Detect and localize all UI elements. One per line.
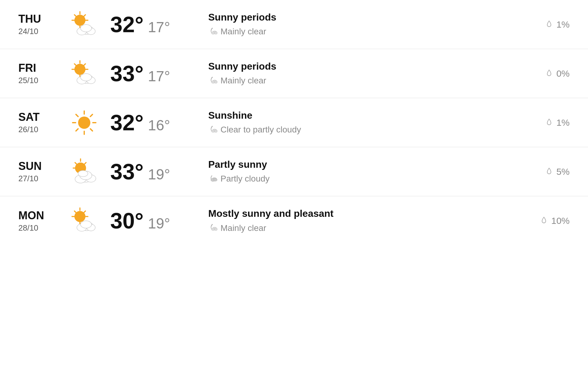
svg-point-63 bbox=[81, 221, 92, 228]
weather-row[interactable]: SAT 26/10 32° 16° Sunshine bbox=[0, 98, 588, 147]
temp-high: 33° bbox=[110, 159, 144, 184]
svg-point-13 bbox=[214, 32, 217, 34]
condition-night-text: Partly cloudy bbox=[221, 174, 270, 184]
weather-icon bbox=[64, 205, 104, 236]
condition-day: Sunny periods bbox=[208, 12, 521, 23]
svg-point-10 bbox=[81, 25, 92, 32]
precip-percent: 0% bbox=[556, 68, 570, 79]
svg-line-35 bbox=[76, 129, 78, 131]
condition-day: Partly sunny bbox=[208, 159, 521, 170]
svg-line-17 bbox=[74, 64, 76, 66]
day-name: MON bbox=[18, 209, 58, 222]
svg-point-27 bbox=[214, 81, 217, 83]
condition-info: Sunny periods Mainly clear bbox=[190, 61, 521, 86]
weather-icon bbox=[64, 156, 104, 187]
temp-low: 17° bbox=[148, 19, 170, 36]
day-name: FRI bbox=[18, 62, 58, 75]
temp-info: 32° 16° bbox=[110, 110, 190, 135]
day-date: 26/10 bbox=[18, 125, 58, 134]
temp-high: 32° bbox=[110, 110, 144, 135]
night-icon bbox=[208, 222, 217, 234]
night-icon bbox=[208, 173, 217, 185]
day-date: 25/10 bbox=[18, 76, 58, 85]
day-name: SAT bbox=[18, 111, 58, 124]
precip-info: 1% bbox=[521, 117, 570, 128]
weather-row[interactable]: MON 28/10 30° 19° Mostly sunny and pleas… bbox=[0, 196, 588, 245]
day-info: THU 24/10 bbox=[18, 13, 58, 36]
svg-line-33 bbox=[90, 129, 92, 131]
svg-point-36 bbox=[78, 117, 90, 129]
temp-info: 33° 17° bbox=[110, 61, 190, 86]
temp-high: 33° bbox=[110, 61, 144, 86]
precip-percent: 10% bbox=[551, 216, 570, 226]
condition-day: Mostly sunny and pleasant bbox=[208, 208, 521, 219]
weather-row[interactable]: SUN 27/10 33° 19° Partly sunny bbox=[0, 147, 588, 196]
svg-line-44 bbox=[84, 163, 86, 164]
day-date: 28/10 bbox=[18, 223, 58, 233]
day-name: THU bbox=[18, 13, 58, 25]
svg-point-52 bbox=[214, 178, 217, 181]
svg-line-34 bbox=[90, 114, 92, 117]
day-info: MON 28/10 bbox=[18, 209, 58, 233]
svg-line-32 bbox=[76, 114, 78, 117]
condition-night-text: Mainly clear bbox=[221, 76, 266, 86]
temp-high: 30° bbox=[110, 208, 144, 233]
temp-info: 30° 19° bbox=[110, 208, 190, 233]
condition-night-text: Clear to partly cloudy bbox=[221, 125, 301, 135]
day-info: FRI 25/10 bbox=[18, 62, 58, 85]
precip-icon bbox=[545, 20, 553, 29]
weather-row[interactable]: THU 24/10 32° 17° Sunny periods bbox=[0, 0, 588, 49]
svg-point-66 bbox=[214, 228, 217, 230]
weather-icon bbox=[64, 107, 104, 138]
precip-icon bbox=[545, 118, 553, 128]
condition-night-text: Mainly clear bbox=[221, 223, 266, 233]
svg-point-39 bbox=[214, 130, 217, 132]
precip-icon bbox=[540, 216, 548, 226]
day-info: SAT 26/10 bbox=[18, 111, 58, 134]
day-info: SUN 27/10 bbox=[18, 160, 58, 183]
condition-info: Sunshine Clear to partly cloudy bbox=[190, 110, 521, 136]
precip-info: 10% bbox=[521, 216, 570, 226]
temp-info: 33° 19° bbox=[110, 159, 190, 184]
svg-line-3 bbox=[74, 15, 76, 17]
precip-info: 0% bbox=[521, 68, 570, 79]
condition-night: Mainly clear bbox=[208, 222, 521, 234]
precip-info: 5% bbox=[521, 167, 570, 177]
condition-info: Mostly sunny and pleasant Mainly clear bbox=[190, 208, 521, 234]
night-icon bbox=[208, 26, 217, 37]
weather-row[interactable]: FRI 25/10 33° 17° Sunny periods bbox=[0, 49, 588, 98]
condition-night: Mainly clear bbox=[208, 26, 521, 37]
svg-point-24 bbox=[81, 74, 92, 81]
weather-icon bbox=[64, 58, 104, 89]
condition-night: Clear to partly cloudy bbox=[208, 124, 521, 136]
svg-line-43 bbox=[75, 163, 77, 164]
precip-icon bbox=[545, 167, 553, 177]
temp-low: 19° bbox=[148, 166, 170, 183]
svg-line-57 bbox=[84, 211, 85, 213]
day-date: 27/10 bbox=[18, 174, 58, 183]
weather-list: THU 24/10 32° 17° Sunny periods bbox=[0, 0, 588, 245]
condition-night: Mainly clear bbox=[208, 75, 521, 86]
condition-day: Sunny periods bbox=[208, 61, 521, 72]
svg-line-56 bbox=[74, 211, 76, 213]
svg-line-4 bbox=[84, 15, 85, 17]
precip-percent: 1% bbox=[556, 117, 570, 128]
condition-night-text: Mainly clear bbox=[221, 27, 266, 36]
temp-low: 17° bbox=[148, 68, 170, 85]
precip-percent: 5% bbox=[556, 167, 570, 177]
precip-percent: 1% bbox=[556, 19, 570, 30]
svg-point-49 bbox=[78, 171, 88, 177]
day-name: SUN bbox=[18, 160, 58, 173]
weather-icon bbox=[64, 9, 104, 40]
temp-high: 32° bbox=[110, 12, 144, 37]
condition-night: Partly cloudy bbox=[208, 173, 521, 185]
condition-info: Partly sunny Partly cloudy bbox=[190, 159, 521, 185]
temp-low: 19° bbox=[148, 215, 170, 232]
precip-icon bbox=[545, 69, 553, 79]
svg-line-18 bbox=[84, 64, 85, 66]
day-date: 24/10 bbox=[18, 27, 58, 36]
condition-day: Sunshine bbox=[208, 110, 521, 121]
night-icon bbox=[208, 75, 217, 86]
precip-info: 1% bbox=[521, 19, 570, 30]
temp-info: 32° 17° bbox=[110, 12, 190, 37]
